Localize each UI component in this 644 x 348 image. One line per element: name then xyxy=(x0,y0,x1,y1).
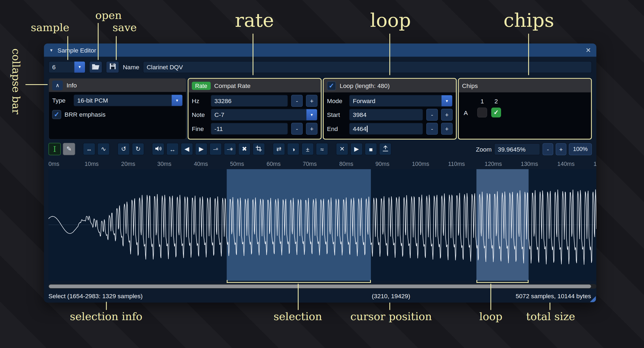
timeline-label: 120ms xyxy=(485,160,502,167)
loop-checkbox[interactable]: ✓ xyxy=(327,81,336,90)
timeline-ruler[interactable]: 0ms 10ms 20ms 30ms 40ms 50ms 60ms 70ms 8… xyxy=(48,159,596,169)
window-title: Sample Editor xyxy=(57,47,96,54)
brr-emphasis-checkbox[interactable]: ✓ xyxy=(52,110,61,119)
zoom-input[interactable]: 39.9645% xyxy=(494,143,540,155)
sample-number-select[interactable]: 6 ▼ xyxy=(48,61,86,73)
waveform-view[interactable] xyxy=(48,169,596,281)
loop-start-plus-button[interactable]: + xyxy=(441,109,452,121)
scrollbar-thumb[interactable] xyxy=(49,284,591,288)
annotation-selection-info: selection info xyxy=(70,310,142,323)
preview-button[interactable]: ▶ xyxy=(350,143,363,155)
fine-minus-button[interactable]: - xyxy=(291,123,303,135)
redo-icon: ↻ xyxy=(135,145,140,153)
loop-start-input[interactable]: 3984 xyxy=(349,109,423,121)
crossfade-button[interactable]: ✕ xyxy=(336,143,348,155)
loop-end-minus-button[interactable]: - xyxy=(426,123,438,135)
fade-in-button[interactable]: ◀ xyxy=(181,143,193,155)
loop-mode-dropdown[interactable]: Forward ▼ xyxy=(349,95,453,107)
sign-invert-button[interactable]: ± xyxy=(302,143,314,155)
resize-button[interactable]: ⇔ xyxy=(83,143,95,155)
filter-icon: ≈ xyxy=(320,146,323,153)
zoom-out-button[interactable]: - xyxy=(542,143,553,155)
chip-a2-checkbox[interactable]: ✓ xyxy=(491,108,501,117)
loop-end-input[interactable]: 4464 xyxy=(349,123,423,135)
fine-plus-button[interactable]: + xyxy=(306,123,317,135)
annotation-collapse-bar: collapse bar xyxy=(10,48,22,114)
crossfade-icon: ✕ xyxy=(339,145,345,153)
zoom-reset-button[interactable]: 100% xyxy=(569,143,592,155)
edit-mode-select-button[interactable]: I xyxy=(48,143,61,155)
chip-a1-checkbox[interactable] xyxy=(477,108,487,117)
desktop-background: ▼ Sample Editor ✕ 6 ▼ Name Clarinet xyxy=(0,0,644,348)
folder-icon xyxy=(91,63,100,71)
apply-silence-button[interactable]: ‒∗ xyxy=(224,143,236,155)
title-bar[interactable]: ▼ Sample Editor ✕ xyxy=(44,44,596,57)
note-dropdown-arrow-icon[interactable]: ▼ xyxy=(306,109,317,120)
sample-dropdown-arrow-icon[interactable]: ▼ xyxy=(74,61,85,73)
name-input[interactable]: Clarinet DQV xyxy=(143,61,592,73)
sample-number-value: 6 xyxy=(49,63,74,70)
pencil-icon: ✎ xyxy=(66,145,71,153)
hz-minus-button[interactable]: - xyxy=(291,95,303,107)
cursor-position-text: (3210, 19429) xyxy=(372,292,410,299)
fade-out-button[interactable]: ▶ xyxy=(195,143,208,155)
close-icon[interactable]: ✕ xyxy=(586,46,591,54)
horizontal-scrollbar[interactable] xyxy=(48,284,596,289)
speaker-icon xyxy=(154,145,162,153)
info-panel-header: ∧ Info xyxy=(49,78,186,92)
note-dropdown[interactable]: C-7 ▼ xyxy=(211,109,317,121)
save-button[interactable] xyxy=(106,61,119,73)
resize-grip[interactable] xyxy=(590,296,596,302)
fade-in-icon: ◀ xyxy=(185,145,189,153)
zoom-in-button[interactable]: + xyxy=(556,143,566,155)
fine-input[interactable]: -11 xyxy=(211,123,288,135)
info-panel: ∧ Info Type 16-bit PCM ▼ ✓ BRR emphasis xyxy=(48,78,187,140)
redo-button[interactable]: ↻ xyxy=(132,143,144,155)
chips-column-2-label: 2 xyxy=(489,97,503,104)
collapse-bar-chevron-icon[interactable]: ∧ xyxy=(52,80,63,90)
hz-input[interactable]: 33286 xyxy=(211,95,288,107)
play-icon: ▶ xyxy=(354,145,359,153)
upload-button[interactable] xyxy=(379,143,391,155)
type-dropdown-arrow-icon[interactable]: ▼ xyxy=(172,95,182,106)
resample-button[interactable]: ∿ xyxy=(97,143,110,155)
stop-preview-button[interactable]: ■ xyxy=(365,143,377,155)
undo-icon: ↺ xyxy=(121,145,126,153)
invert-button[interactable]: ◑ xyxy=(287,143,300,155)
hz-plus-button[interactable]: + xyxy=(306,95,317,107)
amplify-button[interactable] xyxy=(152,143,164,155)
undo-button[interactable]: ↺ xyxy=(117,143,130,155)
type-dropdown[interactable]: 16-bit PCM ▼ xyxy=(74,94,183,106)
timeline-label: 100ms xyxy=(412,160,429,167)
normalize-button[interactable]: ↔ xyxy=(166,143,179,155)
rate-panel-title: Compat Rate xyxy=(214,82,250,89)
zoom-controls: Zoom 39.9645% - + 100% xyxy=(476,143,592,155)
loop-panel-header: ✓ Loop (length: 480) xyxy=(324,79,456,92)
reverse-button[interactable]: ⇄ xyxy=(273,143,285,155)
loop-mode-dropdown-arrow-icon[interactable]: ▼ xyxy=(442,95,452,106)
annotation-loop: loop xyxy=(370,9,411,31)
zoom-value: 39.9645% xyxy=(498,146,526,153)
annotation-chips: chips xyxy=(504,9,554,31)
loop-end-plus-button[interactable]: + xyxy=(441,123,452,135)
type-label: Type xyxy=(52,97,70,104)
timeline-label: 20ms xyxy=(121,160,135,167)
trim-button[interactable] xyxy=(253,143,265,155)
delete-button[interactable]: ✖ xyxy=(238,143,251,155)
sample-row: 6 ▼ Name Clarinet DQV xyxy=(48,61,592,73)
timeline-label: 70ms xyxy=(303,160,317,167)
loop-start-minus-button[interactable]: - xyxy=(426,109,438,121)
filter-button[interactable]: ≈ xyxy=(316,143,328,155)
open-button[interactable] xyxy=(89,61,102,73)
loop-panel: ✓ Loop (length: 480) Mode Forward ▼ Star… xyxy=(323,78,457,140)
window-collapse-icon[interactable]: ▼ xyxy=(49,48,53,52)
rate-badge[interactable]: Rate xyxy=(192,81,211,90)
fade-out-icon: ▶ xyxy=(199,145,204,153)
resize-icon: ⇔ xyxy=(86,146,92,153)
total-size-text: 5072 samples, 10144 bytes xyxy=(516,292,591,299)
loop-mode-label: Mode xyxy=(327,97,346,104)
insert-silence-button[interactable]: ‒+ xyxy=(210,143,222,155)
annotation-open: open xyxy=(95,9,122,21)
edit-mode-draw-button[interactable]: ✎ xyxy=(63,143,75,155)
note-label: Note xyxy=(192,111,208,118)
